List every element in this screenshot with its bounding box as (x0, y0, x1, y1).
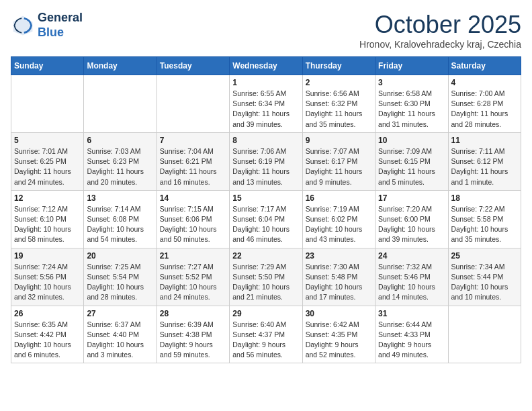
calendar-cell: 12Sunrise: 7:12 AMSunset: 6:10 PMDayligh… (11, 190, 84, 248)
calendar-cell (84, 75, 157, 133)
day-number: 31 (378, 309, 445, 318)
day-number: 14 (160, 193, 226, 203)
day-number: 24 (378, 251, 445, 261)
day-info: Sunrise: 7:11 AMSunset: 6:12 PMDaylight:… (451, 146, 518, 187)
day-number: 10 (378, 136, 445, 145)
day-number: 16 (306, 193, 372, 203)
day-number: 26 (14, 309, 81, 318)
day-number: 4 (451, 78, 518, 87)
calendar-cell: 3Sunrise: 6:58 AMSunset: 6:30 PMDaylight… (375, 75, 448, 133)
calendar-week-4: 19Sunrise: 7:24 AMSunset: 5:56 PMDayligh… (11, 248, 521, 306)
calendar-cell: 14Sunrise: 7:15 AMSunset: 6:06 PMDayligh… (157, 190, 229, 248)
day-number: 15 (232, 193, 299, 203)
day-number: 28 (160, 309, 226, 318)
day-number: 23 (306, 251, 372, 261)
calendar-cell: 1Sunrise: 6:55 AMSunset: 6:34 PMDaylight… (230, 75, 302, 133)
calendar-cell: 7Sunrise: 7:04 AMSunset: 6:21 PMDaylight… (157, 132, 229, 190)
day-info: Sunrise: 7:24 AMSunset: 5:56 PMDaylight:… (14, 262, 81, 303)
calendar-cell (157, 75, 229, 133)
weekday-header-row: SundayMondayTuesdayWednesdayThursdayFrid… (11, 57, 521, 75)
calendar-cell: 31Sunrise: 6:44 AMSunset: 4:33 PMDayligh… (375, 306, 448, 363)
day-info: Sunrise: 7:25 AMSunset: 5:54 PMDaylight:… (87, 262, 153, 303)
calendar-cell: 21Sunrise: 7:27 AMSunset: 5:52 PMDayligh… (157, 248, 229, 306)
calendar-cell: 23Sunrise: 7:30 AMSunset: 5:48 PMDayligh… (302, 248, 375, 306)
logo-general: General (38, 11, 83, 24)
day-info: Sunrise: 7:29 AMSunset: 5:50 PMDaylight:… (232, 262, 299, 303)
weekday-header-saturday: Saturday (448, 57, 521, 75)
day-number: 5 (14, 136, 81, 145)
calendar-cell: 15Sunrise: 7:17 AMSunset: 6:04 PMDayligh… (230, 190, 302, 248)
calendar-cell: 16Sunrise: 7:19 AMSunset: 6:02 PMDayligh… (302, 190, 375, 248)
month-title: October 2025 (359, 11, 521, 39)
weekday-header-thursday: Thursday (302, 57, 375, 75)
day-info: Sunrise: 7:17 AMSunset: 6:04 PMDaylight:… (232, 204, 299, 245)
day-number: 29 (232, 309, 299, 318)
day-number: 1 (232, 78, 299, 87)
day-info: Sunrise: 7:07 AMSunset: 6:17 PMDaylight:… (306, 146, 372, 187)
calendar-cell: 25Sunrise: 7:34 AMSunset: 5:44 PMDayligh… (448, 248, 521, 306)
calendar-cell: 13Sunrise: 7:14 AMSunset: 6:08 PMDayligh… (84, 190, 157, 248)
svg-marker-0 (13, 15, 33, 35)
calendar-cell: 22Sunrise: 7:29 AMSunset: 5:50 PMDayligh… (230, 248, 302, 306)
day-number: 20 (87, 251, 153, 261)
day-number: 8 (232, 136, 299, 145)
calendar-cell: 18Sunrise: 7:22 AMSunset: 5:58 PMDayligh… (448, 190, 521, 248)
calendar-cell: 27Sunrise: 6:37 AMSunset: 4:40 PMDayligh… (84, 306, 157, 363)
day-number: 21 (160, 251, 226, 261)
day-info: Sunrise: 7:22 AMSunset: 5:58 PMDaylight:… (451, 204, 518, 245)
day-info: Sunrise: 7:20 AMSunset: 6:00 PMDaylight:… (378, 204, 445, 245)
day-number: 7 (160, 136, 226, 145)
day-number: 30 (306, 309, 372, 318)
day-number: 25 (451, 251, 518, 261)
day-info: Sunrise: 7:12 AMSunset: 6:10 PMDaylight:… (14, 204, 81, 245)
day-number: 2 (306, 78, 372, 87)
day-number: 6 (87, 136, 153, 145)
day-number: 17 (378, 193, 445, 203)
day-info: Sunrise: 6:44 AMSunset: 4:33 PMDaylight:… (378, 320, 445, 361)
day-info: Sunrise: 6:37 AMSunset: 4:40 PMDaylight:… (87, 320, 153, 361)
day-info: Sunrise: 7:06 AMSunset: 6:19 PMDaylight:… (232, 146, 299, 187)
page-header: General Blue October 2025 Hronov, Kralov… (11, 11, 521, 50)
calendar-cell: 8Sunrise: 7:06 AMSunset: 6:19 PMDaylight… (230, 132, 302, 190)
day-info: Sunrise: 7:30 AMSunset: 5:48 PMDaylight:… (306, 262, 372, 303)
day-info: Sunrise: 6:39 AMSunset: 4:38 PMDaylight:… (160, 320, 226, 361)
day-number: 22 (232, 251, 299, 261)
day-info: Sunrise: 6:58 AMSunset: 6:30 PMDaylight:… (378, 89, 445, 130)
day-info: Sunrise: 7:00 AMSunset: 6:28 PMDaylight:… (451, 89, 518, 130)
calendar-cell: 11Sunrise: 7:11 AMSunset: 6:12 PMDayligh… (448, 132, 521, 190)
logo-icon (11, 13, 35, 38)
calendar-cell: 19Sunrise: 7:24 AMSunset: 5:56 PMDayligh… (11, 248, 84, 306)
calendar-week-1: 1Sunrise: 6:55 AMSunset: 6:34 PMDaylight… (11, 75, 521, 133)
day-info: Sunrise: 7:19 AMSunset: 6:02 PMDaylight:… (306, 204, 372, 245)
calendar-cell: 30Sunrise: 6:42 AMSunset: 4:35 PMDayligh… (302, 306, 375, 363)
day-info: Sunrise: 6:42 AMSunset: 4:35 PMDaylight:… (306, 320, 372, 361)
day-info: Sunrise: 6:35 AMSunset: 4:42 PMDaylight:… (14, 320, 81, 361)
calendar-week-5: 26Sunrise: 6:35 AMSunset: 4:42 PMDayligh… (11, 306, 521, 363)
weekday-header-friday: Friday (375, 57, 448, 75)
calendar-week-2: 5Sunrise: 7:01 AMSunset: 6:25 PMDaylight… (11, 132, 521, 190)
calendar-cell (448, 306, 521, 363)
calendar-cell: 26Sunrise: 6:35 AMSunset: 4:42 PMDayligh… (11, 306, 84, 363)
calendar-cell: 6Sunrise: 7:03 AMSunset: 6:23 PMDaylight… (84, 132, 157, 190)
day-info: Sunrise: 7:15 AMSunset: 6:06 PMDaylight:… (160, 204, 226, 245)
day-number: 3 (378, 78, 445, 87)
logo: General Blue (11, 11, 83, 40)
logo-blue: Blue (38, 26, 64, 39)
calendar-week-3: 12Sunrise: 7:12 AMSunset: 6:10 PMDayligh… (11, 190, 521, 248)
day-info: Sunrise: 6:55 AMSunset: 6:34 PMDaylight:… (232, 89, 299, 130)
weekday-header-tuesday: Tuesday (157, 57, 229, 75)
calendar-cell: 10Sunrise: 7:09 AMSunset: 6:15 PMDayligh… (375, 132, 448, 190)
calendar-cell: 29Sunrise: 6:40 AMSunset: 4:37 PMDayligh… (230, 306, 302, 363)
day-info: Sunrise: 7:01 AMSunset: 6:25 PMDaylight:… (14, 146, 81, 187)
day-info: Sunrise: 7:34 AMSunset: 5:44 PMDaylight:… (451, 262, 518, 303)
calendar-cell: 24Sunrise: 7:32 AMSunset: 5:46 PMDayligh… (375, 248, 448, 306)
day-info: Sunrise: 7:04 AMSunset: 6:21 PMDaylight:… (160, 146, 226, 187)
calendar-cell: 2Sunrise: 6:56 AMSunset: 6:32 PMDaylight… (302, 75, 375, 133)
day-info: Sunrise: 7:14 AMSunset: 6:08 PMDaylight:… (87, 204, 153, 245)
day-info: Sunrise: 7:09 AMSunset: 6:15 PMDaylight:… (378, 146, 445, 187)
calendar-cell: 28Sunrise: 6:39 AMSunset: 4:38 PMDayligh… (157, 306, 229, 363)
day-number: 18 (451, 193, 518, 203)
day-info: Sunrise: 6:56 AMSunset: 6:32 PMDaylight:… (306, 89, 372, 130)
day-info: Sunrise: 7:03 AMSunset: 6:23 PMDaylight:… (87, 146, 153, 187)
calendar-cell: 5Sunrise: 7:01 AMSunset: 6:25 PMDaylight… (11, 132, 84, 190)
